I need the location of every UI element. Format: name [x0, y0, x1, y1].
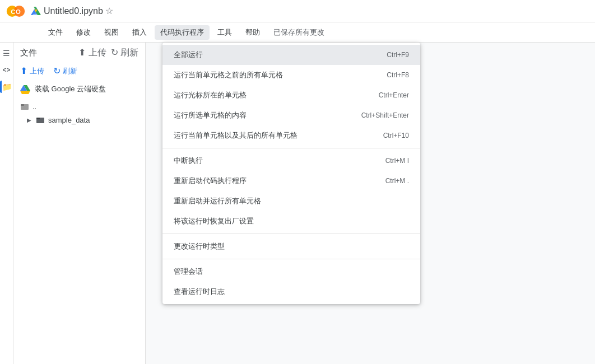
run-after-shortcut: Ctrl+F10: [383, 132, 409, 139]
menu-change-runtime[interactable]: 更改运行时类型: [162, 236, 420, 256]
menu-factory-reset[interactable]: 将该运行时恢复出厂设置: [162, 211, 420, 231]
svg-rect-16: [36, 118, 40, 119]
folder-parent-icon: [20, 102, 29, 111]
google-drive-row[interactable]: 装载 Google 云端硬盘: [13, 81, 145, 97]
run-cursor-label: 运行光标所在的单元格: [174, 90, 368, 100]
file-parent-name: ..: [32, 102, 36, 111]
menu-run-cursor[interactable]: 运行光标所在的单元格 Ctrl+Enter: [162, 85, 420, 105]
sidebar-actions-row: ⬆ 上传 ↻ 刷新: [13, 63, 145, 81]
sample-data-name: sample_data: [48, 116, 90, 124]
nav-code-icon[interactable]: <>: [1, 64, 13, 76]
google-drive-label: 装载 Google 云端硬盘: [35, 84, 106, 94]
run-after-label: 运行当前单元格以及其后的所有单元格: [174, 130, 372, 141]
chevron-icon: ▶: [27, 117, 31, 123]
refresh-icon: ↻: [53, 66, 61, 76]
menu-run-after[interactable]: 运行当前单元格以及其后的所有单元格 Ctrl+F10: [162, 125, 420, 146]
menu-interrupt[interactable]: 中断执行 Ctrl+M I: [162, 151, 420, 171]
menu-restart[interactable]: 重新启动代码执行程序 Ctrl+M .: [162, 171, 420, 191]
run-before-label: 运行当前单元格之前的所有单元格: [174, 70, 375, 80]
run-selected-shortcut: Ctrl+Shift+Enter: [361, 111, 409, 119]
manage-sessions-label: 管理会话: [174, 267, 398, 277]
run-before-shortcut: Ctrl+F8: [387, 71, 409, 79]
sidebar: 文件 ⬆ 上传 ↻ 刷新 ⬆ 上传 ↻ 刷新: [0, 43, 146, 364]
menu-run-selected[interactable]: 运行所选单元格的内容 Ctrl+Shift+Enter: [162, 105, 420, 125]
refresh-btn[interactable]: ↻ 刷新: [111, 47, 138, 59]
file-item-parent[interactable]: ..: [13, 100, 145, 113]
drive-small-icon: [20, 84, 30, 94]
menu-view-logs[interactable]: 查看运行时日志: [162, 282, 420, 302]
menu-help[interactable]: 帮助: [240, 25, 266, 40]
folder-sample-icon: [36, 115, 45, 124]
files-title: 文件: [20, 48, 37, 58]
nav-folder-icon[interactable]: 📁: [0, 81, 12, 93]
svg-text:CO: CO: [11, 8, 21, 15]
menu-manage-sessions[interactable]: 管理会话: [162, 262, 420, 282]
restart-run-all-label: 重新启动并运行所有单元格: [174, 196, 398, 206]
menu-run-before[interactable]: 运行当前单元格之前的所有单元格 Ctrl+F8: [162, 65, 420, 85]
menu-saved: 已保存所有更改: [268, 25, 330, 40]
change-runtime-label: 更改运行时类型: [174, 241, 398, 251]
co-logo[interactable]: CO: [4, 0, 27, 22]
drive-icon: [30, 6, 41, 17]
run-selected-label: 运行所选单元格的内容: [174, 110, 350, 120]
svg-rect-14: [21, 104, 24, 106]
top-bar: CO Untitled0.ipynb ☆: [0, 0, 595, 22]
factory-reset-label: 将该运行时恢复出厂设置: [174, 216, 398, 226]
menu-edit[interactable]: 修改: [71, 25, 96, 40]
restart-shortcut: Ctrl+M .: [385, 177, 409, 185]
interrupt-shortcut: Ctrl+M I: [385, 157, 409, 165]
upload-btn[interactable]: ⬆ 上传: [78, 47, 106, 59]
view-logs-label: 查看运行时日志: [174, 287, 398, 297]
divider-1: [162, 148, 420, 148]
menu-bar: 文件 修改 视图 插入 代码执行程序 工具 帮助 已保存所有更改: [0, 22, 595, 43]
run-cursor-shortcut: Ctrl+Enter: [379, 91, 409, 99]
menu-view[interactable]: 视图: [99, 25, 124, 40]
files-header: 文件 ⬆ 上传 ↻ 刷新: [13, 43, 145, 63]
menu-restart-run-all[interactable]: 重新启动并运行所有单元格: [162, 191, 420, 211]
logo-area: CO Untitled0.ipynb ☆: [4, 0, 113, 22]
menu-runtime[interactable]: 代码执行程序: [155, 25, 210, 40]
refresh-action[interactable]: ↻ 刷新: [53, 66, 77, 76]
svg-marker-12: [20, 91, 30, 94]
divider-3: [162, 259, 420, 259]
interrupt-label: 中断执行: [174, 156, 374, 166]
run-all-shortcut: Ctrl+F9: [387, 51, 409, 59]
file-tree: .. ▶ sample_data: [13, 97, 145, 129]
menu-tools[interactable]: 工具: [212, 25, 238, 40]
divider-2: [162, 234, 420, 234]
upload-action[interactable]: ⬆ 上传: [20, 66, 44, 76]
nav-files-icon[interactable]: ☰: [1, 47, 13, 59]
doc-title[interactable]: Untitled0.ipynb: [44, 6, 103, 16]
sidebar-content: 文件 ⬆ 上传 ↻ 刷新 ⬆ 上传 ↻ 刷新: [13, 43, 145, 364]
run-all-label: 全部运行: [174, 50, 375, 60]
upload-icon: ⬆: [20, 66, 27, 76]
menu-insert[interactable]: 插入: [127, 25, 152, 40]
runtime-dropdown[interactable]: 全部运行 Ctrl+F9 运行当前单元格之前的所有单元格 Ctrl+F8 运行光…: [162, 43, 420, 304]
restart-label: 重新启动代码执行程序: [174, 176, 374, 186]
nav-icon-bar: ☰ <> 📁: [0, 43, 13, 364]
menu-run-all[interactable]: 全部运行 Ctrl+F9: [162, 45, 420, 65]
star-icon[interactable]: ☆: [105, 6, 113, 16]
menu-file[interactable]: 文件: [43, 25, 68, 40]
file-item-sample-data[interactable]: ▶ sample_data: [13, 113, 145, 127]
files-actions: ⬆ 上传 ↻ 刷新: [78, 47, 138, 59]
